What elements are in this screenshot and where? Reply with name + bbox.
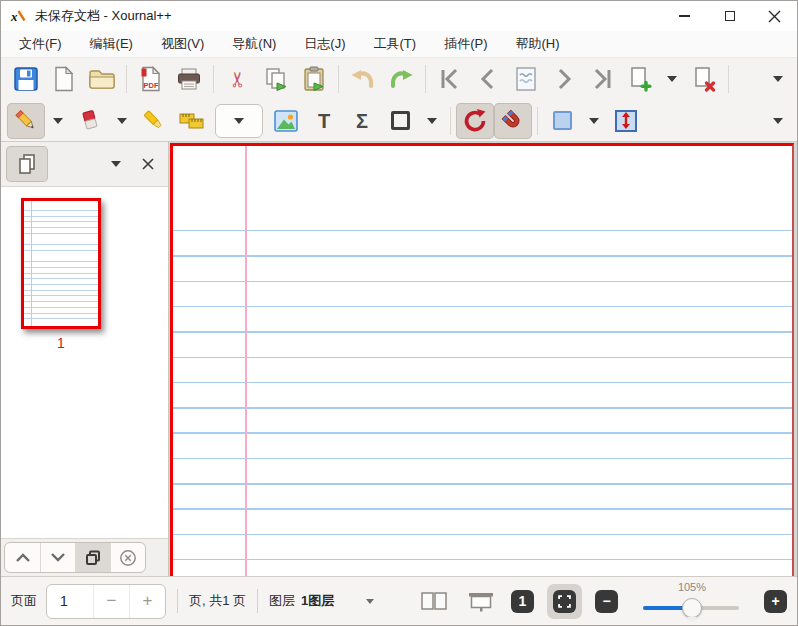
delete-page-circle-icon [119, 549, 137, 567]
zoom-slider[interactable]: 105% [643, 577, 739, 626]
shape-tool-button[interactable] [381, 103, 419, 139]
select-region-button[interactable] [543, 103, 581, 139]
toolbar-overflow-dropdown[interactable] [765, 103, 791, 139]
last-page-button[interactable] [583, 61, 621, 97]
sidebar-dropdown[interactable] [111, 161, 121, 167]
zoom-percent-label: 105% [678, 581, 706, 593]
new-document-button[interactable] [45, 61, 83, 97]
delete-page-button[interactable] [685, 61, 723, 97]
paste-icon [302, 66, 326, 92]
undo-button[interactable] [344, 61, 382, 97]
tex-tool-button[interactable]: Σ [343, 103, 381, 139]
rotation-snap-icon [462, 108, 488, 134]
select-options-dropdown[interactable] [581, 103, 607, 139]
minimize-button[interactable] [662, 1, 707, 31]
zoom-slider-handle[interactable] [682, 598, 702, 618]
zoom-in-button[interactable]: + [764, 590, 787, 613]
page-actions-group [4, 542, 146, 573]
zoom-fit-pill [547, 584, 582, 619]
ruler-tool-button[interactable] [173, 103, 211, 139]
close-button[interactable] [752, 1, 797, 31]
layer-value: 1图层 [301, 592, 334, 610]
vertical-space-button[interactable] [607, 103, 645, 139]
add-page-button[interactable] [621, 61, 659, 97]
duplicate-page-button[interactable] [75, 543, 110, 572]
move-page-down-button[interactable] [40, 543, 75, 572]
redo-button[interactable] [382, 61, 420, 97]
paste-button[interactable] [295, 61, 333, 97]
page-preview-button[interactable] [507, 61, 545, 97]
pen-options-dropdown[interactable] [45, 103, 71, 139]
toolbar-separator [126, 65, 127, 93]
image-tool-button[interactable] [267, 103, 305, 139]
add-page-icon [627, 66, 653, 92]
menu-edit[interactable]: 编辑(E) [81, 32, 142, 56]
move-page-up-button[interactable] [5, 543, 40, 572]
page-ruling [173, 230, 792, 576]
move-up-icon [14, 552, 32, 563]
presentation-mode-icon [468, 591, 494, 612]
toolbar-separator [338, 65, 339, 93]
menu-tools[interactable]: 工具(T) [365, 32, 426, 56]
new-document-icon [52, 66, 76, 92]
print-icon [176, 67, 202, 91]
delete-page-button-sidebar[interactable] [110, 543, 145, 572]
menu-journal[interactable]: 日志(J) [295, 32, 354, 56]
document-canvas[interactable] [169, 142, 797, 576]
first-page-button[interactable] [431, 61, 469, 97]
toolbar-file: PDF ✂ [1, 58, 797, 100]
text-tool-icon: T [318, 111, 330, 131]
highlighter-icon [141, 108, 167, 134]
next-page-button[interactable] [545, 61, 583, 97]
zoom-100-button[interactable]: 1 [511, 590, 534, 613]
text-tool-button[interactable]: T [305, 103, 343, 139]
shape-options-dropdown[interactable] [419, 103, 445, 139]
page-decrement-button[interactable]: − [93, 585, 129, 618]
status-separator [257, 589, 258, 613]
maximize-button[interactable] [707, 1, 752, 31]
open-button[interactable] [83, 61, 121, 97]
rotation-snap-button[interactable] [456, 103, 494, 139]
sidebar-close-icon[interactable] [142, 158, 154, 170]
zoom-fit-icon [557, 594, 572, 609]
previous-page-button[interactable] [469, 61, 507, 97]
presentation-mode-button[interactable] [464, 585, 498, 617]
menu-navigation[interactable]: 导航(N) [223, 32, 285, 56]
menu-view[interactable]: 视图(V) [152, 32, 213, 56]
document-page[interactable] [170, 143, 794, 576]
page-thumbnail-number: 1 [21, 335, 101, 351]
dropdown-arrow-icon [589, 118, 599, 124]
print-button[interactable] [170, 61, 208, 97]
add-page-dropdown[interactable] [659, 61, 685, 97]
snap-to-grid-button[interactable] [494, 103, 532, 139]
highlighter-tool-button[interactable] [135, 103, 173, 139]
cut-button[interactable]: ✂ [219, 61, 257, 97]
copy-button[interactable] [257, 61, 295, 97]
dropdown-arrow-icon [773, 118, 783, 124]
page-thumbnail[interactable] [21, 198, 101, 329]
status-separator [177, 589, 178, 613]
page-list-tab-button[interactable] [6, 146, 48, 182]
layer-selector[interactable]: 图层 1图层 [269, 592, 374, 610]
toolbar-overflow-dropdown[interactable] [765, 61, 791, 97]
save-button[interactable] [7, 61, 45, 97]
zoom-out-button[interactable]: − [595, 590, 618, 613]
menu-help[interactable]: 帮助(H) [506, 32, 568, 56]
toolbar-separator [537, 107, 538, 135]
page-list-icon [15, 152, 39, 176]
export-pdf-button[interactable]: PDF [132, 61, 170, 97]
eraser-options-dropdown[interactable] [109, 103, 135, 139]
menu-plugins[interactable]: 插件(P) [435, 32, 496, 56]
shape-rectangle-icon [391, 111, 410, 130]
zoom-fit-button[interactable] [553, 590, 576, 613]
two-page-view-button[interactable] [417, 585, 451, 617]
layer-dropdown-icon [366, 599, 374, 604]
eraser-tool-button[interactable] [71, 103, 109, 139]
pen-tool-button[interactable] [7, 103, 45, 139]
page-number-input[interactable]: 1 [47, 585, 93, 618]
menu-file[interactable]: 文件(F) [10, 32, 71, 56]
page-increment-button[interactable]: + [129, 585, 165, 618]
toolbar-separator [728, 65, 729, 93]
tool-options-dropdown[interactable] [215, 104, 263, 138]
sidebar-header [1, 142, 168, 187]
